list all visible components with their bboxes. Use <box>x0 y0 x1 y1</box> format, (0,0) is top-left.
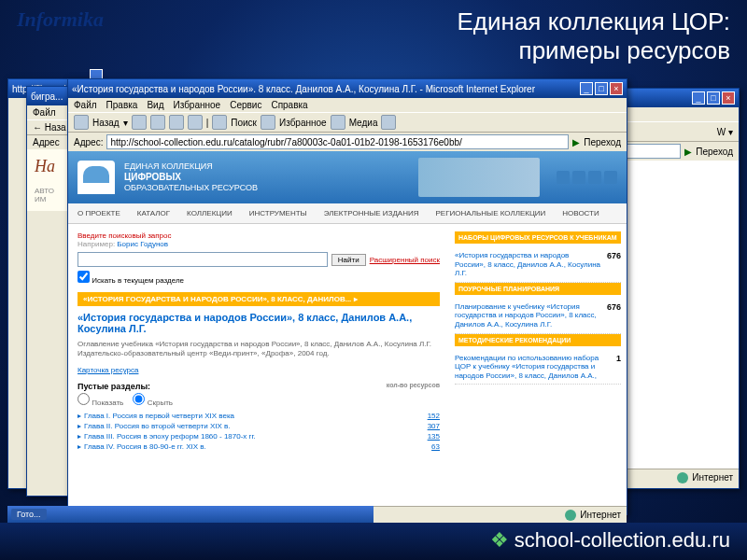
toc-heading: Пустые разделы: кол-во ресурсов <box>78 382 440 391</box>
resource-link[interactable]: Планирование к учебнику «История государ… <box>455 302 607 329</box>
nav-regional[interactable]: РЕГИОНАЛЬНЫЕ КОЛЛЕКЦИИ <box>436 209 546 217</box>
window-controls[interactable]: _□× <box>578 82 623 95</box>
refresh-icon[interactable] <box>169 115 184 130</box>
go-button[interactable]: Переход <box>584 137 621 147</box>
sidebar-hd-1: НАБОРЫ ЦИФРОВЫХ РЕСУРСОВ К УЧЕБНИКАМ <box>455 231 621 244</box>
back-icon[interactable] <box>74 115 89 130</box>
window-title: «История государства и народов России». … <box>72 84 535 94</box>
show-radio[interactable] <box>78 393 90 405</box>
resource-count: 1 <box>616 354 621 363</box>
url-input[interactable] <box>106 134 569 149</box>
history-icon[interactable] <box>381 115 396 130</box>
nav-editions[interactable]: ЭЛЕКТРОННЫЕ ИЗДАНИЯ <box>324 209 419 217</box>
stop-icon[interactable] <box>150 115 165 130</box>
find-button[interactable]: Найти <box>331 254 366 266</box>
globe-icon <box>677 472 688 483</box>
nav-tools[interactable]: ИНСТРУМЕНТЫ <box>249 209 307 217</box>
toc-link[interactable]: Глава II. Россия во второй четверти XIX … <box>84 422 231 430</box>
breadcrumb[interactable]: «ИСТОРИЯ ГОСУДАРСТВА И НАРОДОВ РОССИИ», … <box>78 292 440 306</box>
toc-link[interactable]: Глава III. Россия в эпоху реформ 1860 - … <box>84 432 256 441</box>
main-browser-window: «История государства и народов России». … <box>67 78 627 515</box>
globe-icon <box>565 510 576 521</box>
menu-edit[interactable]: Правка <box>106 100 138 110</box>
menu-file[interactable]: Файл <box>74 100 97 110</box>
description: Оглавление учебника «История государства… <box>78 340 440 359</box>
resource-link[interactable]: «История государства и народов России», … <box>455 251 607 278</box>
sidebar-hd-2: ПОУРОЧНЫЕ ПЛАНИРОВАНИЯ <box>455 283 621 295</box>
in-section-checkbox[interactable] <box>78 271 90 283</box>
resource-count: 676 <box>607 251 621 260</box>
menu-tools[interactable]: Сервис <box>230 100 261 110</box>
toolbar: Назад ▾ | Поиск Избранное Медиа <box>68 112 627 133</box>
brand-logo: Informika <box>17 7 104 32</box>
search-icon[interactable] <box>212 115 227 130</box>
maximize-button[interactable]: □ <box>595 82 608 95</box>
sidebar-hd-3: МЕТОДИЧЕСКИЕ РЕКОМЕНДАЦИИ <box>455 334 621 346</box>
back-button[interactable]: Назад <box>92 118 120 128</box>
resource-count: 676 <box>607 302 621 312</box>
nav-about[interactable]: О ПРОЕКТЕ <box>78 209 120 217</box>
footer-url: school-collection.edu.ru <box>490 528 730 553</box>
minimize-button[interactable]: _ <box>580 82 593 95</box>
page-title: «История государства и народов России», … <box>78 312 440 334</box>
menu-help[interactable]: Справка <box>271 100 307 110</box>
hide-radio[interactable] <box>133 393 145 405</box>
resource-link[interactable]: Рекомендации по использованию набора ЦОР… <box>455 354 616 381</box>
favorites-icon[interactable] <box>261 115 275 130</box>
toc-link[interactable]: Глава I. Россия в первой четверти XIX ве… <box>84 412 234 420</box>
address-bar: Адрес: ▶ Переход <box>68 133 627 151</box>
site-nav: О ПРОЕКТЕ КАТАЛОГ КОЛЛЕКЦИИ ИНСТРУМЕНТЫ … <box>68 203 627 224</box>
menu-view[interactable]: Вид <box>147 100 163 110</box>
toc-link[interactable]: Глава IV. Россия в 80-90-е гг. XIX в. <box>84 442 206 451</box>
search-input[interactable] <box>78 252 328 267</box>
site-logo-icon[interactable] <box>78 161 115 194</box>
nav-news[interactable]: НОВОСТИ <box>562 209 599 217</box>
page-content: ЕДИНАЯ КОЛЛЕКЦИЯ ЦИФРОВЫХ ОБРАЗОВАТЕЛЬНЫ… <box>68 151 627 506</box>
toc-list: ▸Глава I. Россия в первой четверти XIX в… <box>78 411 440 452</box>
taskbar[interactable]: Гото... <box>7 506 374 523</box>
example-link[interactable]: Борис Годунов <box>117 240 168 248</box>
title-bar[interactable]: «История государства и народов России». … <box>68 79 627 98</box>
home-icon[interactable] <box>188 115 203 130</box>
menu-bar[interactable]: Файл Правка Вид Избранное Сервис Справка <box>68 98 627 112</box>
header-photo <box>418 158 540 197</box>
close-button[interactable]: × <box>610 82 623 95</box>
forward-icon[interactable] <box>132 115 147 130</box>
taskbar-button[interactable]: Гото... <box>11 509 47 520</box>
menu-fav[interactable]: Избранное <box>173 100 220 110</box>
card-link[interactable]: Карточка ресурса <box>78 366 138 374</box>
slide-title: Единая коллекция ЦОР: примеры ресурсов <box>458 7 731 65</box>
search-label: Введите поисковый запрос <box>78 231 440 240</box>
search-example: Например: Борис Годунов <box>78 240 440 248</box>
site-brand: ЕДИНАЯ КОЛЛЕКЦИЯ ЦИФРОВЫХ ОБРАЗОВАТЕЛЬНЫ… <box>124 161 258 193</box>
advanced-search-link[interactable]: Расширенный поиск <box>370 256 440 264</box>
go-icon[interactable]: ▶ <box>572 137 580 147</box>
site-header: ЕДИНАЯ КОЛЛЕКЦИЯ ЦИФРОВЫХ ОБРАЗОВАТЕЛЬНЫ… <box>68 151 627 203</box>
media-icon[interactable] <box>331 115 345 130</box>
nav-catalog[interactable]: КАТАЛОГ <box>137 209 170 217</box>
nav-collections[interactable]: КОЛЛЕКЦИИ <box>187 209 233 217</box>
